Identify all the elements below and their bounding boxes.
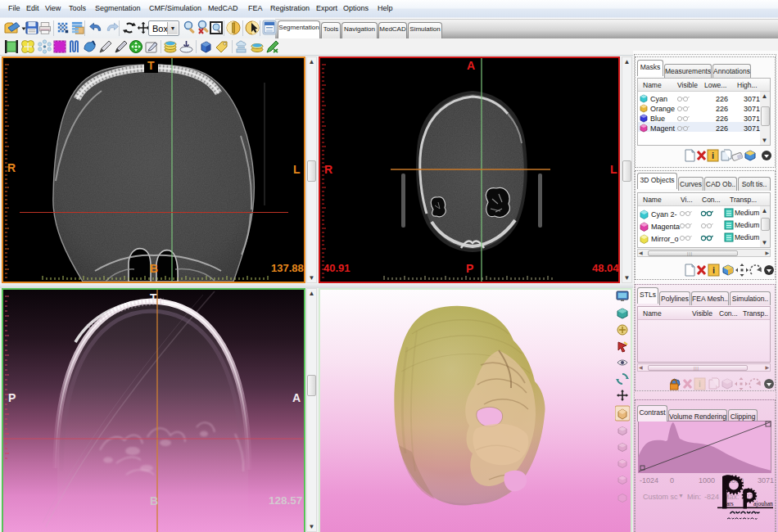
svg-text:Magenta: Magenta bbox=[651, 223, 680, 231]
svg-text:Medium: Medium bbox=[735, 233, 759, 241]
svg-text:226: 226 bbox=[716, 95, 728, 103]
svg-text:ajouhan: ajouhan bbox=[753, 500, 773, 507]
svg-text:Magent: Magent bbox=[650, 124, 676, 133]
svg-text:Blue: Blue bbox=[650, 115, 665, 123]
svg-text:i: i bbox=[712, 265, 715, 275]
svg-text:226: 226 bbox=[716, 115, 728, 123]
svg-text:ars: ars bbox=[726, 500, 734, 507]
svg-text:3071: 3071 bbox=[744, 95, 760, 103]
svg-text:Cyan 2-: Cyan 2- bbox=[651, 210, 677, 219]
svg-text:Cyan: Cyan bbox=[650, 95, 667, 103]
svg-text:226: 226 bbox=[716, 124, 728, 133]
svg-text:Mirror_o: Mirror_o bbox=[651, 235, 679, 243]
svg-text:3071: 3071 bbox=[744, 115, 760, 123]
svg-text:i: i bbox=[699, 379, 701, 389]
svg-text:Medium: Medium bbox=[735, 209, 759, 217]
svg-text:i: i bbox=[712, 151, 714, 160]
svg-text:226: 226 bbox=[716, 105, 728, 113]
svg-text:Medium: Medium bbox=[735, 221, 759, 229]
svg-text:Orange: Orange bbox=[650, 105, 675, 113]
svg-text:3071: 3071 bbox=[744, 124, 760, 133]
svg-text:3071: 3071 bbox=[744, 105, 760, 113]
